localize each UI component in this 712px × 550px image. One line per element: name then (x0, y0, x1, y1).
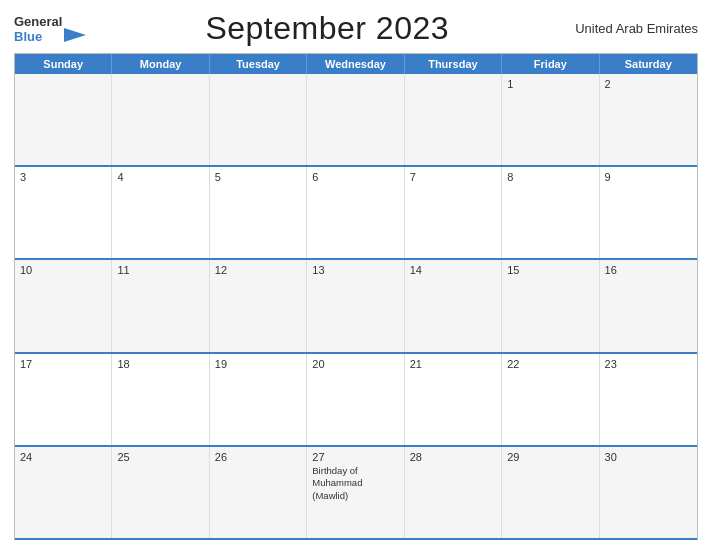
header-tuesday: Tuesday (210, 54, 307, 74)
calendar-body: 1 2 3 4 5 6 (15, 74, 697, 540)
calendar-week-3: 10 11 12 13 14 15 16 (15, 260, 697, 353)
day-12: 12 (215, 264, 227, 276)
cal-cell-w4-mon: 18 (112, 354, 209, 445)
calendar-title-block: September 2023 (86, 10, 568, 47)
day-26: 26 (215, 451, 227, 463)
calendar-grid: Sunday Monday Tuesday Wednesday Thursday… (14, 53, 698, 540)
cal-cell-w2-tue: 5 (210, 167, 307, 258)
cal-cell-w3-wed: 13 (307, 260, 404, 351)
header-thursday: Thursday (405, 54, 502, 74)
day-21: 21 (410, 358, 422, 370)
day-20: 20 (312, 358, 324, 370)
cal-cell-w3-fri: 15 (502, 260, 599, 351)
calendar-week-5: 24 25 26 27 Birthday of Muhammad (Mawlid… (15, 447, 697, 540)
day-13: 13 (312, 264, 324, 276)
cal-cell-w2-sat: 9 (600, 167, 697, 258)
cal-cell-w4-thu: 21 (405, 354, 502, 445)
cal-cell-w4-sat: 23 (600, 354, 697, 445)
day-29: 29 (507, 451, 519, 463)
header-wednesday: Wednesday (307, 54, 404, 74)
cal-cell-w4-sun: 17 (15, 354, 112, 445)
day-18: 18 (117, 358, 129, 370)
cal-cell-w5-wed: 27 Birthday of Muhammad (Mawlid) (307, 447, 404, 538)
cal-cell-w1-mon (112, 74, 209, 165)
cal-cell-w3-sat: 16 (600, 260, 697, 351)
day-16: 16 (605, 264, 617, 276)
logo-line2: Blue (14, 29, 62, 44)
day-19: 19 (215, 358, 227, 370)
cal-cell-w2-mon: 4 (112, 167, 209, 258)
cal-cell-w1-sun (15, 74, 112, 165)
cal-cell-w3-mon: 11 (112, 260, 209, 351)
header-sunday: Sunday (15, 54, 112, 74)
day-11: 11 (117, 264, 129, 276)
cal-cell-w4-fri: 22 (502, 354, 599, 445)
logo-line1: General (14, 14, 62, 29)
region-label: United Arab Emirates (568, 21, 698, 36)
cal-cell-w4-wed: 20 (307, 354, 404, 445)
day-22: 22 (507, 358, 519, 370)
logo-flag-icon (64, 28, 86, 42)
day-9: 9 (605, 171, 611, 183)
day-7: 7 (410, 171, 416, 183)
calendar-title: September 2023 (205, 10, 449, 46)
logo: General Blue (14, 14, 86, 44)
header-saturday: Saturday (600, 54, 697, 74)
day-8: 8 (507, 171, 513, 183)
cal-cell-w1-wed (307, 74, 404, 165)
cal-cell-w2-fri: 8 (502, 167, 599, 258)
cal-cell-w3-thu: 14 (405, 260, 502, 351)
day-15: 15 (507, 264, 519, 276)
cal-cell-w5-mon: 25 (112, 447, 209, 538)
cal-cell-w2-sun: 3 (15, 167, 112, 258)
cal-cell-w5-fri: 29 (502, 447, 599, 538)
day-4: 4 (117, 171, 123, 183)
calendar-week-4: 17 18 19 20 21 22 23 (15, 354, 697, 447)
cal-cell-w1-fri: 1 (502, 74, 599, 165)
cal-cell-w1-tue (210, 74, 307, 165)
event-mawlid: Birthday of Muhammad (Mawlid) (312, 465, 398, 502)
cal-cell-w3-sun: 10 (15, 260, 112, 351)
cal-cell-w3-tue: 12 (210, 260, 307, 351)
day-30: 30 (605, 451, 617, 463)
cal-cell-w4-tue: 19 (210, 354, 307, 445)
day-17: 17 (20, 358, 32, 370)
day-2: 2 (605, 78, 611, 90)
cal-cell-w5-tue: 26 (210, 447, 307, 538)
calendar-header: General Blue September 2023 United Arab … (14, 10, 698, 47)
day-24: 24 (20, 451, 32, 463)
day-28: 28 (410, 451, 422, 463)
svg-marker-0 (64, 28, 86, 42)
cal-cell-w2-wed: 6 (307, 167, 404, 258)
day-25: 25 (117, 451, 129, 463)
day-5: 5 (215, 171, 221, 183)
cal-cell-w1-sat: 2 (600, 74, 697, 165)
logo-text: General Blue (14, 14, 62, 44)
day-6: 6 (312, 171, 318, 183)
cal-cell-w5-thu: 28 (405, 447, 502, 538)
cal-cell-w2-thu: 7 (405, 167, 502, 258)
cal-cell-w1-thu (405, 74, 502, 165)
day-14: 14 (410, 264, 422, 276)
cal-cell-w5-sun: 24 (15, 447, 112, 538)
header-monday: Monday (112, 54, 209, 74)
calendar-page: General Blue September 2023 United Arab … (0, 0, 712, 550)
calendar-week-2: 3 4 5 6 7 8 9 (15, 167, 697, 260)
calendar-week-1: 1 2 (15, 74, 697, 167)
header-friday: Friday (502, 54, 599, 74)
day-10: 10 (20, 264, 32, 276)
day-23: 23 (605, 358, 617, 370)
day-27: 27 (312, 451, 324, 463)
day-3: 3 (20, 171, 26, 183)
cal-cell-w5-sat: 30 (600, 447, 697, 538)
day-1: 1 (507, 78, 513, 90)
calendar-header-row: Sunday Monday Tuesday Wednesday Thursday… (15, 54, 697, 74)
